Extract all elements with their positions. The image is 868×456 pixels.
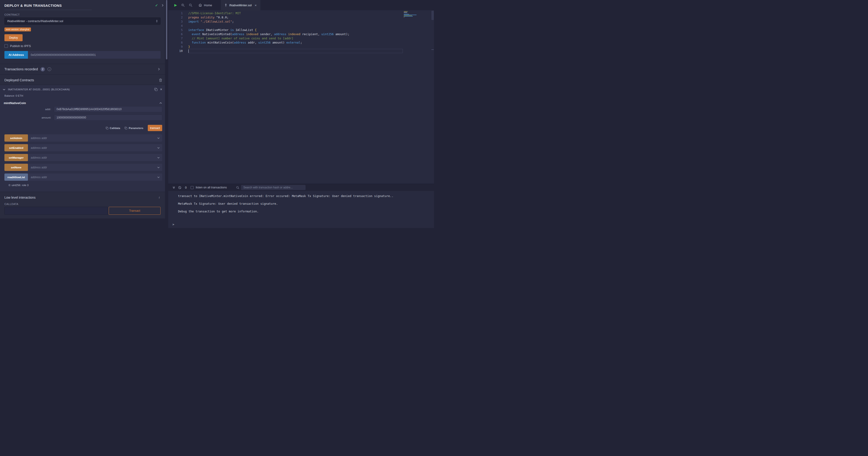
chevron-up-icon[interactable]	[159, 102, 162, 104]
code-line[interactable]	[188, 24, 403, 28]
minimap-line	[404, 15, 416, 15]
contract-balance: Balance: 0 ETH	[0, 94, 165, 97]
clear-console-icon[interactable]	[178, 186, 181, 189]
minimap-line	[404, 16, 413, 17]
deployed-contract-title[interactable]: INATIVEMINTER AT 0X020...00001 (BLOCKCHA…	[8, 88, 152, 91]
run-script-icon[interactable]: ▶	[174, 3, 177, 7]
parameters-copy-button[interactable]: Parameters	[124, 127, 143, 130]
chevron-right-icon[interactable]	[162, 4, 164, 7]
calldata-copy-button[interactable]: Calldata	[106, 127, 120, 130]
function-arg-label: addr:	[0, 108, 54, 111]
chevron-down-icon[interactable]	[3, 89, 5, 90]
line-number: 6	[168, 32, 183, 36]
function-arg-placeholder[interactable]: address addr	[28, 156, 157, 159]
function-button-setNone[interactable]: setNone	[4, 164, 28, 171]
minimap[interactable]	[404, 11, 418, 18]
deployed-contract-header[interactable]: INATIVEMINTER AT 0X020...00001 (BLOCKCHA…	[0, 85, 165, 94]
code-line[interactable]	[188, 49, 403, 53]
code-line[interactable]: function mintNativeCoin(address addr, ui…	[188, 40, 403, 45]
at-address-button[interactable]: At Address	[4, 51, 28, 59]
terminal-prompt[interactable]: >	[173, 223, 174, 226]
copy-icon[interactable]	[154, 88, 158, 91]
function-row: setManager address addr	[4, 154, 162, 161]
select-arrows-icon	[156, 20, 158, 23]
contract-label: CONTRACT	[4, 13, 161, 16]
code-line[interactable]: pragma solidity ^0.8.0;	[188, 16, 403, 20]
listen-all-label[interactable]: listen on all transactions	[196, 186, 227, 189]
line-number: 1	[168, 11, 183, 16]
chevron-down-icon[interactable]	[157, 167, 162, 168]
panel-scrollbar-thumb[interactable]	[166, 0, 167, 59]
close-icon[interactable]: ×	[255, 3, 257, 7]
function-arg-placeholder[interactable]: address addr	[28, 137, 157, 140]
function-button-readAllowList[interactable]: readAllowList	[4, 173, 28, 181]
publish-ipfs-label[interactable]: Publish to IPFS	[10, 44, 31, 48]
chevron-right-icon[interactable]	[158, 68, 160, 70]
function-arg-placeholder[interactable]: address addr	[28, 146, 157, 149]
info-icon[interactable]: i	[48, 67, 51, 71]
function-row: setEnabled address addr	[4, 144, 162, 151]
function-arg-label: amount:	[0, 116, 54, 119]
close-icon[interactable]: ×	[160, 88, 162, 91]
listen-all-checkbox[interactable]	[191, 186, 194, 189]
code-editor[interactable]: 12345678910 //SPDX-License-Identifier: M…	[168, 10, 434, 184]
panel-scrollbar[interactable]	[165, 0, 168, 228]
chevron-down-icon[interactable]	[157, 157, 162, 159]
terminal-search-input[interactable]	[241, 185, 306, 190]
minimap-line	[404, 16, 412, 16]
terminal-toolbar: 0 listen on all transactions	[168, 184, 434, 191]
transact-button[interactable]: transact	[148, 125, 162, 131]
line-number: 5	[168, 28, 183, 32]
code-line[interactable]: import "./IAllowList.sol";	[188, 20, 403, 24]
info-icon: i	[159, 196, 161, 199]
editor-tabbar: ▶ Home INativeMinter.sol ×	[168, 0, 434, 10]
code-line[interactable]: event NativeCoinMinted(address indexed s…	[188, 32, 403, 36]
function-arg-input[interactable]	[54, 106, 162, 112]
zoom-out-icon[interactable]	[189, 3, 192, 7]
editor-code[interactable]: //SPDX-License-Identifier: MITpragma sol…	[188, 10, 403, 184]
publish-ipfs-checkbox[interactable]	[4, 44, 8, 48]
function-button-setEnabled[interactable]: setEnabled	[4, 144, 28, 151]
terminal-log[interactable]: transact to INativeMinter.mintNativeCoin…	[168, 191, 434, 228]
zoom-in-icon[interactable]	[181, 3, 185, 7]
minimap-line	[404, 14, 409, 15]
tab-home[interactable]: Home	[195, 0, 216, 10]
line-number: 9	[168, 45, 183, 49]
function-arg-placeholder[interactable]: address addr	[28, 176, 157, 179]
deploy-button[interactable]: Deploy	[4, 34, 23, 41]
read-result: 0: uint256: role 3	[0, 183, 165, 189]
function-button-setManager[interactable]: setManager	[4, 154, 28, 161]
function-arg-input[interactable]	[54, 115, 162, 121]
contract-select[interactable]: INativeMinter - contracts/INativeMinter.…	[4, 18, 161, 25]
expand-terminal-icon[interactable]	[173, 186, 175, 189]
mint-function-name[interactable]: mintNativeCoin	[4, 101, 159, 105]
terminal-log-line: Debug the transaction to get more inform…	[178, 209, 429, 213]
code-line[interactable]: //SPDX-License-Identifier: MIT	[188, 11, 403, 16]
minimap-line	[404, 11, 408, 12]
chevron-down-icon[interactable]	[157, 137, 162, 139]
code-line[interactable]: // Mint [amount] number of native coins …	[188, 36, 403, 40]
code-line[interactable]: }	[188, 45, 403, 49]
function-arg-placeholder[interactable]: address addr	[28, 166, 157, 169]
function-row: setNone address addr	[4, 164, 162, 171]
function-button-setAdmin[interactable]: setAdmin	[4, 134, 28, 142]
chevron-down-icon[interactable]	[157, 176, 162, 178]
low-level-header: Low level interactions	[4, 196, 159, 199]
calldata-input[interactable]	[4, 207, 108, 215]
editor-gutter: 12345678910	[168, 10, 188, 184]
chevron-down-icon[interactable]	[157, 147, 162, 149]
at-address-input[interactable]	[28, 51, 161, 59]
transactions-recorded-row[interactable]: Transactions recorded 2 i	[0, 64, 165, 75]
parameters-copy-label: Parameters	[129, 127, 143, 130]
low-level-transact-button[interactable]: Transact	[109, 207, 161, 215]
line-number: 3	[168, 20, 183, 24]
code-line[interactable]: interface INativeMinter is IAllowList {	[188, 28, 403, 32]
tab-home-label: Home	[204, 3, 212, 7]
editor-scrollbar[interactable]	[431, 11, 434, 20]
title-underline	[4, 10, 92, 10]
terminal: 0 listen on all transactions transact to…	[168, 184, 434, 228]
trash-icon[interactable]	[159, 79, 162, 82]
tab-inativeminter-sol[interactable]: INativeMinter.sol ×	[221, 0, 260, 10]
minimap-line	[404, 12, 407, 12]
line-number: 2	[168, 16, 183, 20]
